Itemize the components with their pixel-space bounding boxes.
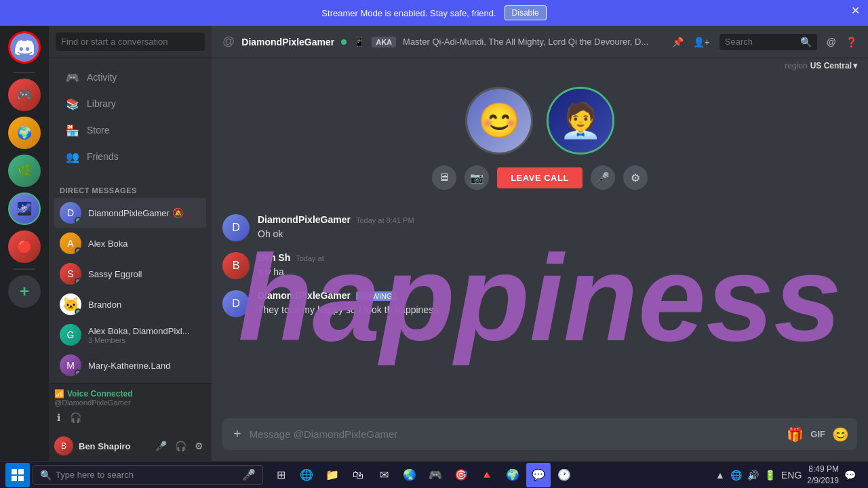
msg-avatar-3: D bbox=[222, 290, 250, 317]
taskbar-search-icon: 🔍 bbox=[40, 470, 52, 481]
svg-rect-3 bbox=[18, 476, 24, 481]
dm-name-mary: Mary-Katherine.Land bbox=[88, 361, 201, 371]
chat-search-box[interactable]: 🔍 bbox=[719, 34, 817, 50]
msg-avatar-2: B bbox=[222, 252, 250, 279]
mic-button[interactable]: 🎤 bbox=[153, 438, 170, 454]
nav-item-friends[interactable]: 👥 Friends bbox=[54, 144, 206, 169]
dm-name-brandon: Brandon bbox=[88, 300, 201, 310]
dm-name-diamondpixlegamer: DiamondPixleGamer 🔕 bbox=[88, 207, 201, 218]
settings-call-button[interactable]: ⚙ bbox=[623, 165, 648, 190]
server-divider-2 bbox=[14, 268, 35, 270]
screen-share-button[interactable]: 🖥 bbox=[432, 165, 456, 190]
dm-name-alexboka: Alex Boka bbox=[88, 239, 201, 249]
server-icon-5[interactable]: 🔴 bbox=[8, 230, 41, 263]
discord-taskbar-icon[interactable]: 💬 bbox=[526, 463, 551, 487]
gif-icon[interactable]: GIF bbox=[810, 429, 825, 439]
store-taskbar-icon[interactable]: 🛍 bbox=[346, 463, 370, 487]
gift-icon[interactable]: 🎁 bbox=[787, 426, 804, 443]
battery-icon[interactable]: 🔋 bbox=[763, 468, 777, 482]
aka-badge: AKA bbox=[372, 37, 396, 47]
avatar-sassyeggroll: S bbox=[60, 263, 81, 285]
explorer-icon[interactable]: 📁 bbox=[320, 463, 344, 487]
message-1: D DiamondPixleGamer Today at 8:41 PM Oh … bbox=[222, 214, 857, 241]
start-button[interactable] bbox=[5, 463, 30, 487]
clock-taskbar-icon[interactable]: 🕐 bbox=[552, 463, 576, 487]
headphone-button[interactable]: 🎧 bbox=[172, 438, 189, 454]
mute-button[interactable]: 🎤 bbox=[591, 165, 615, 190]
help-icon[interactable]: ❓ bbox=[846, 37, 857, 47]
leave-call-button[interactable]: LEAVE CALL bbox=[497, 167, 583, 188]
clock-time: 8:49 PM bbox=[807, 464, 839, 475]
msg-text-2: tr v ha bbox=[258, 266, 857, 279]
status-dot-sassy bbox=[75, 278, 81, 285]
server-icon-1[interactable]: 🎮 bbox=[8, 79, 41, 111]
message-input-actions: 🎁 GIF 😊 bbox=[787, 426, 849, 443]
vc-headphones-button[interactable]: 🎧 bbox=[67, 409, 84, 426]
dm-item-mary[interactable]: M Mary-Katherine.Land bbox=[54, 350, 206, 380]
svg-rect-1 bbox=[18, 469, 24, 474]
dm-item-group[interactable]: G Alex Boka, DiamondPixl... 3 Members bbox=[54, 320, 206, 350]
tray-expand-icon[interactable]: ▲ bbox=[714, 468, 726, 482]
server-icon-2[interactable]: 🌍 bbox=[8, 117, 41, 149]
dm-item-diamondpixlegamer[interactable]: D DiamondPixleGamer 🔕 bbox=[54, 198, 206, 228]
vc-info-button[interactable]: ℹ bbox=[54, 409, 63, 426]
video-button[interactable]: 📷 bbox=[465, 165, 489, 190]
region-selector[interactable]: US Central ▾ bbox=[810, 61, 857, 70]
nav-label-library: Library bbox=[87, 98, 116, 109]
message-input-area: + 🎁 GIF 😊 bbox=[212, 418, 868, 461]
nav-item-store[interactable]: 🏪 Store bbox=[54, 117, 206, 143]
dm-item-alexboka[interactable]: A Alex Boka bbox=[54, 228, 206, 258]
dm-list: D DiamondPixleGamer 🔕 A bbox=[49, 197, 212, 383]
disable-streamer-button[interactable]: Disable bbox=[505, 5, 547, 20]
taskbar-search-box[interactable]: 🔍 Type here to search 🎤 bbox=[33, 465, 263, 485]
network-icon[interactable]: 🌐 bbox=[729, 468, 743, 482]
vc-status: 📶 Voice Connected bbox=[54, 389, 206, 399]
voice-connected-section: 📶 Voice Connected @DiamondPixleGamer ℹ 🎧 bbox=[49, 383, 212, 431]
notification-icon[interactable]: 💬 bbox=[843, 468, 857, 482]
nav-item-library[interactable]: 📚 Library bbox=[54, 91, 206, 117]
system-clock[interactable]: 8:49 PM 2/9/2019 bbox=[807, 464, 839, 487]
taskbar-search-text: Type here to search bbox=[56, 470, 134, 480]
dm-item-brandon[interactable]: 🐱 Brandon bbox=[54, 289, 206, 319]
bottom-controls: 🎤 🎧 ⚙ bbox=[153, 438, 206, 454]
bottom-user-avatar: B bbox=[54, 436, 73, 455]
nav-label-store: Store bbox=[87, 125, 109, 136]
status-dot-brandon bbox=[75, 308, 81, 315]
mail-icon[interactable]: ✉ bbox=[372, 463, 396, 487]
svg-rect-2 bbox=[12, 476, 17, 481]
task-view-icon[interactable]: ⊞ bbox=[269, 463, 293, 487]
pin-icon[interactable]: 📌 bbox=[672, 37, 684, 47]
volume-icon[interactable]: 🔊 bbox=[746, 468, 760, 482]
messages-area: D DiamondPixleGamer Today at 8:41 PM Oh … bbox=[212, 203, 868, 418]
game-icon[interactable]: 🎮 bbox=[423, 463, 448, 487]
call-controls: 🖥 📷 LEAVE CALL 🎤 ⚙ bbox=[432, 165, 648, 190]
emoji-icon[interactable]: 😊 bbox=[832, 426, 849, 443]
muted-icon: 🔕 bbox=[172, 207, 184, 218]
discord-logo[interactable] bbox=[8, 31, 41, 64]
msg-username-2: Ben Sh bbox=[258, 252, 290, 263]
avatar-brandon: 🐱 bbox=[60, 293, 81, 315]
add-attachment-icon[interactable]: + bbox=[231, 418, 244, 450]
status-dot-offline bbox=[75, 247, 81, 254]
edge-icon[interactable]: 🌐 bbox=[294, 463, 319, 487]
server-icon-4[interactable]: 🌌 bbox=[8, 192, 41, 225]
streamer-close-icon[interactable]: ✕ bbox=[851, 4, 860, 17]
vpn-icon[interactable]: 🔺 bbox=[475, 463, 499, 487]
server-icon-3[interactable]: 🌿 bbox=[8, 155, 41, 187]
chrome-icon[interactable]: 🌏 bbox=[397, 463, 422, 487]
add-friend-icon[interactable]: 👤+ bbox=[693, 37, 710, 47]
settings-button[interactable]: ⚙ bbox=[192, 438, 206, 454]
chat-search-input[interactable] bbox=[725, 37, 796, 47]
dm-search-input[interactable] bbox=[56, 33, 205, 51]
mention-icon[interactable]: @ bbox=[827, 37, 836, 47]
dm-name-group: Alex Boka, DiamondPixl... bbox=[88, 326, 201, 336]
message-input[interactable] bbox=[250, 420, 782, 448]
browser2-icon[interactable]: 🌍 bbox=[500, 463, 525, 487]
msg-username-3: DiamondPixleGamer bbox=[258, 290, 351, 301]
add-server-button[interactable]: + bbox=[8, 275, 41, 308]
nav-item-activity[interactable]: 🎮 Activity bbox=[54, 64, 206, 90]
dm-section-header: DIRECT MESSAGES bbox=[49, 176, 212, 197]
at-sign-icon: @ bbox=[222, 35, 235, 49]
steam-icon[interactable]: 🎯 bbox=[449, 463, 473, 487]
dm-item-sassyeggroll[interactable]: S Sassy Eggroll bbox=[54, 259, 206, 289]
